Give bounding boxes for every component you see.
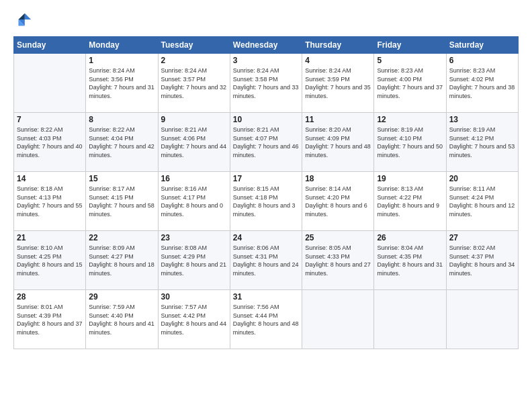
logo xyxy=(13,11,35,30)
calendar-cell: 27 Sunrise: 8:02 AM Sunset: 4:37 PM Dayl… xyxy=(446,231,518,290)
day-info: Sunrise: 8:01 AM Sunset: 4:39 PM Dayligh… xyxy=(17,303,83,336)
day-info: Sunrise: 8:24 AM Sunset: 3:56 PM Dayligh… xyxy=(89,66,154,100)
day-number: 27 xyxy=(449,233,515,242)
day-info: Sunrise: 8:24 AM Sunset: 3:58 PM Dayligh… xyxy=(233,66,299,100)
day-number: 22 xyxy=(89,233,154,242)
calendar-cell: 23 Sunrise: 8:08 AM Sunset: 4:29 PM Dayl… xyxy=(158,231,230,290)
calendar-cell: 21 Sunrise: 8:10 AM Sunset: 4:25 PM Dayl… xyxy=(14,231,86,290)
day-info: Sunrise: 8:19 AM Sunset: 4:10 PM Dayligh… xyxy=(377,126,443,159)
calendar-cell: 10 Sunrise: 8:21 AM Sunset: 4:07 PM Dayl… xyxy=(230,113,302,172)
calendar-week-row: 21 Sunrise: 8:10 AM Sunset: 4:25 PM Dayl… xyxy=(14,231,519,290)
day-info: Sunrise: 8:13 AM Sunset: 4:22 PM Dayligh… xyxy=(377,185,443,218)
calendar-cell: 5 Sunrise: 8:23 AM Sunset: 4:00 PM Dayli… xyxy=(374,54,446,113)
day-number: 21 xyxy=(17,233,83,242)
calendar-cell: 30 Sunrise: 7:57 AM Sunset: 4:42 PM Dayl… xyxy=(158,290,230,349)
day-info: Sunrise: 8:23 AM Sunset: 4:00 PM Dayligh… xyxy=(377,66,443,100)
calendar-week-row: 14 Sunrise: 8:18 AM Sunset: 4:13 PM Dayl… xyxy=(14,172,519,231)
weekday-header: Sunday xyxy=(14,37,86,54)
day-number: 9 xyxy=(161,115,227,124)
day-number: 3 xyxy=(233,56,299,65)
day-number: 18 xyxy=(305,174,371,183)
day-number: 13 xyxy=(449,115,515,124)
day-info: Sunrise: 8:16 AM Sunset: 4:17 PM Dayligh… xyxy=(161,185,227,218)
logo-icon xyxy=(13,11,32,30)
calendar-cell: 25 Sunrise: 8:05 AM Sunset: 4:33 PM Dayl… xyxy=(302,231,374,290)
day-info: Sunrise: 8:22 AM Sunset: 4:04 PM Dayligh… xyxy=(89,126,154,159)
calendar-week-row: 1 Sunrise: 8:24 AM Sunset: 3:56 PM Dayli… xyxy=(14,54,519,113)
calendar-cell: 4 Sunrise: 8:24 AM Sunset: 3:59 PM Dayli… xyxy=(302,54,374,113)
calendar-cell xyxy=(446,290,518,349)
day-info: Sunrise: 8:09 AM Sunset: 4:27 PM Dayligh… xyxy=(89,244,154,277)
day-number: 20 xyxy=(449,174,515,183)
day-info: Sunrise: 8:24 AM Sunset: 3:59 PM Dayligh… xyxy=(305,66,371,100)
weekday-header: Thursday xyxy=(302,37,374,54)
calendar-cell: 11 Sunrise: 8:20 AM Sunset: 4:09 PM Dayl… xyxy=(302,113,374,172)
day-info: Sunrise: 7:56 AM Sunset: 4:44 PM Dayligh… xyxy=(233,303,299,336)
day-info: Sunrise: 8:18 AM Sunset: 4:13 PM Dayligh… xyxy=(17,185,83,218)
calendar-cell: 19 Sunrise: 8:13 AM Sunset: 4:22 PM Dayl… xyxy=(374,172,446,231)
calendar-cell: 15 Sunrise: 8:17 AM Sunset: 4:15 PM Dayl… xyxy=(86,172,158,231)
day-info: Sunrise: 8:10 AM Sunset: 4:25 PM Dayligh… xyxy=(17,244,83,277)
day-number: 11 xyxy=(305,115,371,124)
calendar-cell: 29 Sunrise: 7:59 AM Sunset: 4:40 PM Dayl… xyxy=(86,290,158,349)
day-info: Sunrise: 7:59 AM Sunset: 4:40 PM Dayligh… xyxy=(89,303,154,336)
day-info: Sunrise: 7:57 AM Sunset: 4:42 PM Dayligh… xyxy=(161,303,227,336)
calendar-week-row: 7 Sunrise: 8:22 AM Sunset: 4:03 PM Dayli… xyxy=(14,113,519,172)
calendar-table: SundayMondayTuesdayWednesdayThursdayFrid… xyxy=(13,36,519,349)
day-info: Sunrise: 8:21 AM Sunset: 4:06 PM Dayligh… xyxy=(161,126,227,159)
calendar-cell: 2 Sunrise: 8:24 AM Sunset: 3:57 PM Dayli… xyxy=(158,54,230,113)
day-info: Sunrise: 8:04 AM Sunset: 4:35 PM Dayligh… xyxy=(377,244,443,277)
day-info: Sunrise: 8:14 AM Sunset: 4:20 PM Dayligh… xyxy=(305,185,371,218)
calendar-cell xyxy=(374,290,446,349)
day-info: Sunrise: 8:15 AM Sunset: 4:18 PM Dayligh… xyxy=(233,185,299,218)
day-number: 30 xyxy=(161,292,227,302)
calendar-page: SundayMondayTuesdayWednesdayThursdayFrid… xyxy=(0,0,532,356)
calendar-cell: 28 Sunrise: 8:01 AM Sunset: 4:39 PM Dayl… xyxy=(14,290,86,349)
calendar-cell: 20 Sunrise: 8:11 AM Sunset: 4:24 PM Dayl… xyxy=(446,172,518,231)
weekday-header: Tuesday xyxy=(158,37,230,54)
calendar-cell xyxy=(14,54,86,113)
day-number: 6 xyxy=(449,56,515,65)
day-number: 15 xyxy=(89,174,154,183)
day-number: 4 xyxy=(305,56,371,65)
calendar-cell: 16 Sunrise: 8:16 AM Sunset: 4:17 PM Dayl… xyxy=(158,172,230,231)
calendar-cell xyxy=(302,290,374,349)
calendar-cell: 3 Sunrise: 8:24 AM Sunset: 3:58 PM Dayli… xyxy=(230,54,302,113)
day-info: Sunrise: 8:17 AM Sunset: 4:15 PM Dayligh… xyxy=(89,185,154,218)
day-number: 19 xyxy=(377,174,443,183)
day-info: Sunrise: 8:21 AM Sunset: 4:07 PM Dayligh… xyxy=(233,126,299,159)
day-number: 8 xyxy=(89,115,154,124)
calendar-cell: 17 Sunrise: 8:15 AM Sunset: 4:18 PM Dayl… xyxy=(230,172,302,231)
day-number: 29 xyxy=(89,292,154,302)
day-number: 7 xyxy=(17,115,83,124)
day-number: 12 xyxy=(377,115,443,124)
header-row: SundayMondayTuesdayWednesdayThursdayFrid… xyxy=(14,37,519,54)
calendar-cell: 18 Sunrise: 8:14 AM Sunset: 4:20 PM Dayl… xyxy=(302,172,374,231)
day-info: Sunrise: 8:11 AM Sunset: 4:24 PM Dayligh… xyxy=(449,185,515,218)
day-info: Sunrise: 8:02 AM Sunset: 4:37 PM Dayligh… xyxy=(449,244,515,277)
day-number: 17 xyxy=(233,174,299,183)
day-info: Sunrise: 8:23 AM Sunset: 4:02 PM Dayligh… xyxy=(449,66,515,100)
day-info: Sunrise: 8:20 AM Sunset: 4:09 PM Dayligh… xyxy=(305,126,371,159)
calendar-cell: 31 Sunrise: 7:56 AM Sunset: 4:44 PM Dayl… xyxy=(230,290,302,349)
day-number: 25 xyxy=(305,233,371,242)
calendar-cell: 6 Sunrise: 8:23 AM Sunset: 4:02 PM Dayli… xyxy=(446,54,518,113)
day-number: 16 xyxy=(161,174,227,183)
calendar-cell: 26 Sunrise: 8:04 AM Sunset: 4:35 PM Dayl… xyxy=(374,231,446,290)
calendar-week-row: 28 Sunrise: 8:01 AM Sunset: 4:39 PM Dayl… xyxy=(14,290,519,349)
day-info: Sunrise: 8:24 AM Sunset: 3:57 PM Dayligh… xyxy=(161,66,227,100)
day-number: 26 xyxy=(377,233,443,242)
day-number: 31 xyxy=(233,292,299,302)
calendar-cell: 22 Sunrise: 8:09 AM Sunset: 4:27 PM Dayl… xyxy=(86,231,158,290)
day-number: 23 xyxy=(161,233,227,242)
day-number: 10 xyxy=(233,115,299,124)
weekday-header: Wednesday xyxy=(230,37,302,54)
day-info: Sunrise: 8:08 AM Sunset: 4:29 PM Dayligh… xyxy=(161,244,227,277)
day-number: 1 xyxy=(89,56,154,65)
calendar-cell: 14 Sunrise: 8:18 AM Sunset: 4:13 PM Dayl… xyxy=(14,172,86,231)
day-number: 2 xyxy=(161,56,227,65)
calendar-cell: 13 Sunrise: 8:19 AM Sunset: 4:12 PM Dayl… xyxy=(446,113,518,172)
calendar-cell: 8 Sunrise: 8:22 AM Sunset: 4:04 PM Dayli… xyxy=(86,113,158,172)
day-number: 5 xyxy=(377,56,443,65)
calendar-cell: 7 Sunrise: 8:22 AM Sunset: 4:03 PM Dayli… xyxy=(14,113,86,172)
